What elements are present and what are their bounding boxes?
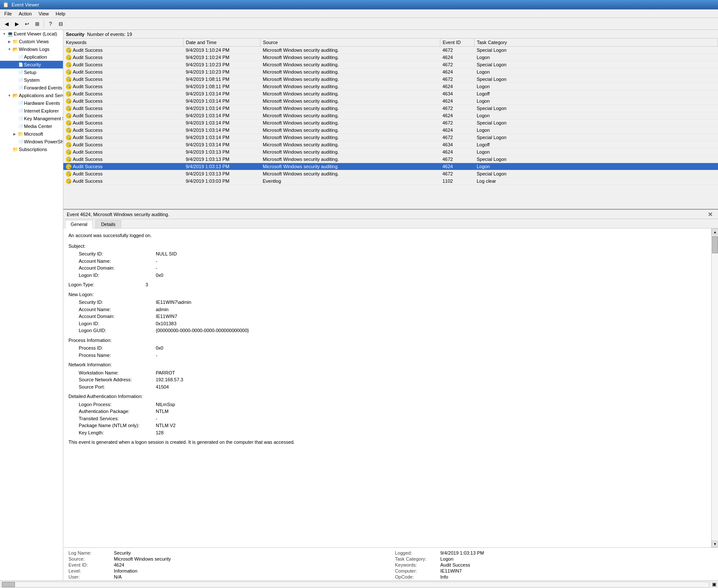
table-row[interactable]: 🔍Audit Success9/4/2019 1:10:24 PMMicroso…: [63, 53, 718, 61]
cell-source: Microsoft Windows security auditing.: [260, 155, 440, 163]
table-row[interactable]: 🔍Audit Success9/4/2019 1:08:11 PMMicroso…: [63, 75, 718, 83]
table-row[interactable]: 🔍Audit Success9/4/2019 1:03:14 PMMicroso…: [63, 126, 718, 134]
cell-datetime: 9/4/2019 1:03:14 PM: [183, 97, 260, 104]
toolbar-help[interactable]: ?: [46, 19, 55, 29]
field-new-logon-id-label: Logon ID:: [79, 320, 156, 327]
col-category[interactable]: Task Category: [474, 39, 718, 46]
col-datetime[interactable]: Date and Time: [183, 39, 260, 46]
cell-keywords: 🔍Audit Success: [63, 134, 183, 141]
status-scrollbar-thumb[interactable]: [2, 582, 15, 587]
field-logon-type-value: 3: [145, 281, 148, 288]
application-label: Application: [24, 54, 47, 59]
table-row[interactable]: 🔍Audit Success9/4/2019 1:10:23 PMMicroso…: [63, 61, 718, 68]
sidebar-item-powershell[interactable]: ▶ 📄 Windows PowerShell: [0, 138, 63, 146]
table-row[interactable]: 🔍Audit Success9/4/2019 1:03:13 PMMicroso…: [63, 148, 718, 155]
field-new-account-domain: Account Domain: IE11WIN7: [68, 313, 706, 320]
sidebar: ▼ 💻 Event Viewer (Local) ▶ 📁 Custom View…: [0, 30, 63, 588]
table-row[interactable]: 🔍Audit Success9/4/2019 1:03:14 PMMicroso…: [63, 119, 718, 126]
col-keywords[interactable]: Keywords: [63, 39, 183, 46]
cell-category: Special Logon: [474, 119, 718, 126]
sidebar-item-application[interactable]: ▶ 📄 Application: [0, 53, 63, 61]
tab-general[interactable]: General: [65, 220, 93, 229]
media-center-label: Media Center: [24, 124, 52, 129]
scrollbar-up-button[interactable]: ▲: [712, 229, 718, 235]
table-row[interactable]: 🔍Audit Success9/4/2019 1:03:13 PMMicroso…: [63, 163, 718, 170]
events-table-container[interactable]: Keywords Date and Time Source Event ID T…: [63, 39, 718, 209]
field-new-account-name-value: admin: [156, 306, 169, 313]
audit-icon: 🔍: [66, 69, 71, 75]
scrollbar-thumb[interactable]: [712, 236, 718, 253]
table-row[interactable]: 🔍Audit Success9/4/2019 1:10:23 PMMicroso…: [63, 68, 718, 75]
menu-action[interactable]: Action: [16, 11, 35, 17]
sidebar-item-setup[interactable]: ▶ 📄 Setup: [0, 68, 63, 76]
toolbar-refresh[interactable]: ↩: [22, 19, 32, 29]
expand-app-services[interactable]: ▼: [7, 93, 12, 98]
sidebar-item-subscriptions[interactable]: ▶ 📁 Subscriptions: [0, 146, 63, 153]
toolbar-properties[interactable]: ⊟: [56, 19, 65, 29]
field-logon-process-label: Logon Process:: [79, 401, 156, 408]
table-row[interactable]: 🔍Audit Success9/4/2019 1:03:14 PMMicroso…: [63, 97, 718, 104]
table-row[interactable]: 🔍Audit Success9/4/2019 1:03:14 PMMicroso…: [63, 141, 718, 148]
sidebar-item-ie[interactable]: ▶ 📄 Internet Explorer: [0, 107, 63, 115]
meta-keywords-value: Audit Success: [440, 562, 470, 567]
detail-scroll-area[interactable]: An account was successfully logged on. S…: [63, 229, 711, 547]
sidebar-item-security[interactable]: ▶ 📄 Security: [0, 61, 63, 68]
table-row[interactable]: 🔍Audit Success9/4/2019 1:03:14 PMMicroso…: [63, 112, 718, 119]
toolbar-view[interactable]: ⊞: [33, 19, 42, 29]
detail-scrollbar[interactable]: ▲ ▼: [711, 229, 718, 547]
menu-help[interactable]: Help: [53, 11, 68, 17]
table-row[interactable]: 🔍Audit Success9/4/2019 1:03:14 PMMicroso…: [63, 134, 718, 141]
sidebar-item-windows-logs[interactable]: ▼ 📂 Windows Logs: [0, 45, 63, 53]
table-row[interactable]: 🔍Audit Success9/4/2019 1:03:13 PMMicroso…: [63, 170, 718, 177]
table-row[interactable]: 🔍Audit Success9/4/2019 1:03:13 PMMicroso…: [63, 155, 718, 163]
expand-windows-logs[interactable]: ▼: [7, 47, 12, 52]
expand-custom-views[interactable]: ▶: [7, 39, 12, 44]
cell-keywords: 🔍Audit Success: [63, 104, 183, 112]
meta-keywords: Keywords: Audit Success: [395, 562, 713, 567]
subscriptions-icon: 📁: [12, 146, 19, 153]
table-row[interactable]: 🔍Audit Success9/4/2019 1:08:11 PMMicroso…: [63, 83, 718, 90]
sidebar-item-media-center[interactable]: ▶ 📄 Media Center: [0, 122, 63, 130]
col-eventid[interactable]: Event ID: [440, 39, 474, 46]
table-row[interactable]: 🔍Audit Success9/4/2019 1:03:14 PMMicroso…: [63, 104, 718, 112]
new-logon-title: New Logon:: [68, 291, 706, 298]
sidebar-item-custom-views[interactable]: ▶ 📁 Custom Views: [0, 38, 63, 45]
section-network-info: Network Information: Workstation Name: P…: [68, 361, 706, 390]
meta-level-label: Level:: [68, 568, 111, 573]
detail-close-button[interactable]: ✕: [706, 211, 715, 218]
tab-details[interactable]: Details: [95, 220, 121, 228]
field-package-name-label: Package Name (NTLM only):: [79, 422, 156, 429]
cell-keywords: 🔍Audit Success: [63, 126, 183, 134]
scrollbar-down-button[interactable]: ▼: [712, 540, 718, 547]
toolbar-forward[interactable]: ▶: [12, 19, 21, 29]
status-scrollbar[interactable]: [2, 582, 709, 588]
toolbar-back[interactable]: ◀: [2, 19, 11, 29]
table-row[interactable]: 🔍Audit Success9/4/2019 1:03:14 PMMicroso…: [63, 90, 718, 97]
sidebar-item-app-services[interactable]: ▼ 📂 Applications and Services Lo...: [0, 92, 63, 99]
status-bar-resizer[interactable]: ▣: [712, 582, 716, 587]
sidebar-item-key-mgmt[interactable]: ▶ 📄 Key Management Service: [0, 115, 63, 122]
table-row[interactable]: 🔍Audit Success9/4/2019 1:10:24 PMMicroso…: [63, 46, 718, 53]
meta-logged-label: Logged:: [395, 550, 438, 555]
toolbar-separator: [44, 20, 44, 28]
cell-category: Logon: [474, 53, 718, 61]
sidebar-item-hardware[interactable]: ▶ 📄 Hardware Events: [0, 99, 63, 107]
cell-source: Microsoft Windows security auditing.: [260, 112, 440, 119]
sidebar-item-microsoft[interactable]: ▶ 📁 Microsoft: [0, 130, 63, 138]
sidebar-root[interactable]: ▼ 💻 Event Viewer (Local): [0, 30, 63, 38]
table-row[interactable]: 🔍Audit Success9/4/2019 1:03:03 PMEventlo…: [63, 177, 718, 184]
menu-view[interactable]: View: [36, 11, 51, 17]
cell-source: Microsoft Windows security auditing.: [260, 148, 440, 155]
sidebar-item-forwarded-events[interactable]: ▶ 📄 Forwarded Events: [0, 84, 63, 92]
sidebar-item-system[interactable]: ▶ 📄 System: [0, 76, 63, 84]
expand-microsoft[interactable]: ▶: [12, 131, 17, 137]
cell-source: Microsoft Windows security auditing.: [260, 163, 440, 170]
scrollbar-track[interactable]: [712, 235, 718, 540]
footer-text: This event is generated when a logon ses…: [68, 439, 706, 446]
menu-file[interactable]: File: [2, 11, 15, 17]
col-source[interactable]: Source: [260, 39, 440, 46]
field-new-security-id-label: Security ID:: [79, 299, 156, 306]
expand-root[interactable]: ▼: [2, 31, 7, 36]
title-bar-text: Event Viewer: [12, 2, 39, 7]
audit-icon: 🔍: [66, 164, 71, 169]
